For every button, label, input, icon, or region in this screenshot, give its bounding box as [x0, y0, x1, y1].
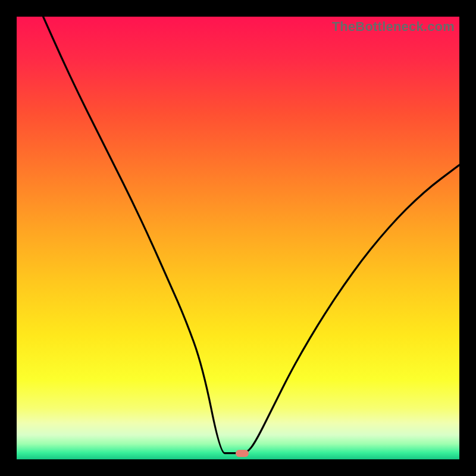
optimal-point-marker [236, 450, 249, 457]
bottleneck-curve [17, 17, 459, 459]
plot-area: TheBottleneck.com [17, 17, 459, 459]
chart-frame: TheBottleneck.com [0, 0, 476, 476]
